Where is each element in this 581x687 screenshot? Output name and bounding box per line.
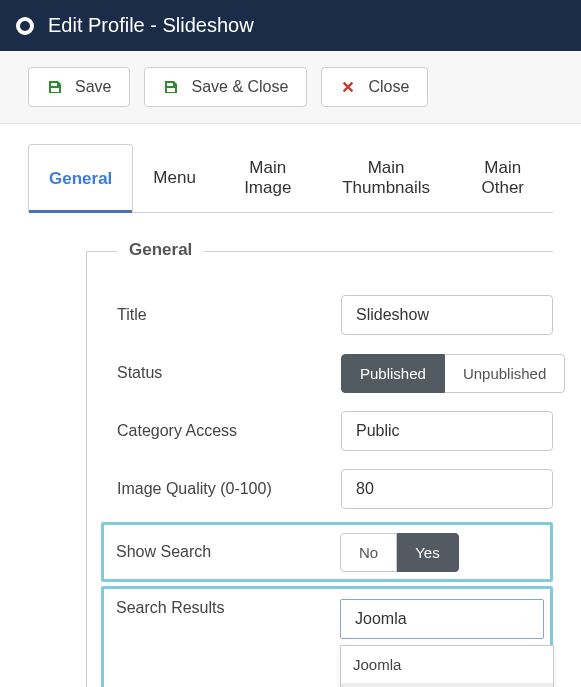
app-logo-icon (16, 17, 34, 35)
toggle-label: No (359, 544, 378, 561)
field-row-show-search: Show Search No Yes (110, 529, 544, 575)
field-row-category-access: Category Access Public (111, 402, 553, 460)
highlight-search-results: Search Results Joomla Joomla Tagged Gall… (101, 586, 553, 687)
toggle-label: Unpublished (463, 365, 546, 382)
category-access-label: Category Access (111, 422, 331, 440)
general-fieldset: General Title Status Published Unpublish… (86, 251, 553, 687)
close-button[interactable]: Close (321, 67, 428, 107)
search-results-dropdown[interactable]: Joomla Joomla Tagged Gallery (340, 599, 544, 639)
tab-label: Main Thumbnails (342, 158, 430, 197)
save-icon (163, 79, 179, 95)
tab-menu[interactable]: Menu (133, 144, 216, 212)
save-button[interactable]: Save (28, 67, 130, 107)
field-row-image-quality: Image Quality (0-100) (111, 460, 553, 518)
show-search-option-yes[interactable]: Yes (397, 533, 458, 572)
dropdown-option-label: Joomla (353, 656, 401, 673)
show-search-toggle: No Yes (340, 533, 459, 572)
title-label: Title (111, 306, 331, 324)
tab-label: General (49, 169, 112, 188)
field-row-title: Title (111, 286, 553, 344)
tabs: General Menu Main Image Main Thumbnails … (28, 144, 553, 213)
tab-label: Main Image (244, 158, 291, 197)
field-row-search-results: Search Results Joomla Joomla Tagged Gall… (110, 593, 544, 639)
window-titlebar: Edit Profile - Slideshow (0, 0, 581, 51)
title-input[interactable] (341, 295, 553, 335)
tab-main-other[interactable]: Main Other (453, 144, 553, 212)
fieldset-legend: General (117, 240, 204, 260)
dropdown-selected[interactable]: Joomla (340, 599, 544, 639)
tab-main-thumbnails[interactable]: Main Thumbnails (320, 144, 453, 212)
tab-panel-general: General Title Status Published Unpublish… (28, 251, 553, 687)
dropdown-option-tagged-gallery[interactable]: Tagged Gallery (341, 683, 553, 687)
save-close-button[interactable]: Save & Close (144, 67, 307, 107)
dropdown-value: Joomla (355, 610, 407, 627)
save-button-label: Save (75, 78, 111, 96)
tab-label: Menu (153, 168, 196, 187)
toggle-label: Yes (415, 544, 439, 561)
window-title: Edit Profile - Slideshow (48, 14, 254, 37)
image-quality-label: Image Quality (0-100) (111, 480, 331, 498)
show-search-option-no[interactable]: No (340, 533, 397, 572)
status-toggle: Published Unpublished (341, 354, 565, 393)
save-close-button-label: Save & Close (191, 78, 288, 96)
select-value: Public (356, 422, 400, 439)
category-access-select[interactable]: Public (341, 411, 553, 451)
status-label: Status (111, 364, 331, 382)
highlight-show-search: Show Search No Yes (101, 522, 553, 582)
save-icon (47, 79, 63, 95)
show-search-label: Show Search (110, 543, 330, 561)
dropdown-list: Joomla Tagged Gallery (340, 645, 554, 687)
status-option-unpublished[interactable]: Unpublished (445, 354, 565, 393)
search-results-label: Search Results (110, 599, 330, 617)
tab-main-image[interactable]: Main Image (216, 144, 320, 212)
tab-general[interactable]: General (28, 144, 133, 213)
tabs-container: General Menu Main Image Main Thumbnails … (0, 144, 581, 687)
action-toolbar: Save Save & Close Close (0, 51, 581, 124)
status-option-published[interactable]: Published (341, 354, 445, 393)
close-icon (340, 79, 356, 95)
field-row-status: Status Published Unpublished (111, 344, 553, 402)
dropdown-option-joomla[interactable]: Joomla (341, 646, 553, 683)
close-button-label: Close (368, 78, 409, 96)
tab-label: Main Other (482, 158, 525, 197)
image-quality-input[interactable] (341, 469, 553, 509)
toggle-label: Published (360, 365, 426, 382)
